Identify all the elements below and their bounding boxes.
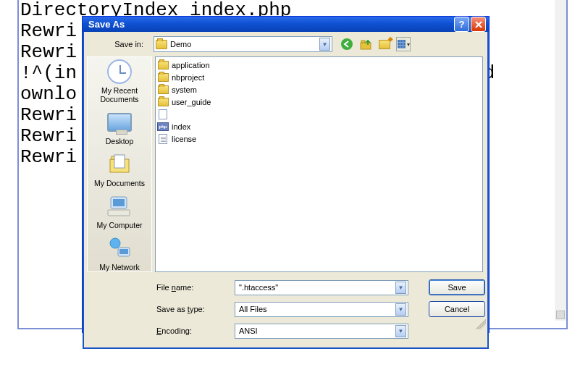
places-my-documents[interactable]: My Documents [89, 151, 150, 187]
dropdown-arrow-icon[interactable]: ▼ [395, 282, 406, 294]
php-icon: php [157, 122, 169, 132]
file-item[interactable]: phpindex [157, 120, 481, 132]
places-desktop[interactable]: Desktop [89, 109, 150, 145]
filename-label: File name: [156, 283, 224, 292]
save-button[interactable]: Save [429, 279, 485, 295]
save-in-combobox[interactable]: Demo ▼ [154, 36, 332, 52]
places-recent-label: My Recent Documents [100, 86, 138, 104]
dialog-title: Save As [88, 19, 453, 30]
filename-combobox[interactable]: ".htaccess" ▼ [235, 280, 408, 295]
encoding-label: Encoding: [156, 326, 224, 335]
places-bar: My Recent Documents Desktop My Documents [87, 56, 152, 272]
file-list[interactable]: applicationnbprojectsystemuser_guidephpi… [155, 56, 483, 272]
titlebar[interactable]: Save As ? [83, 17, 489, 32]
bottom-form: File name: ".htaccess" ▼ Save Save as ty… [84, 275, 487, 347]
svg-rect-11 [119, 249, 128, 254]
dropdown-arrow-icon: ▾ [407, 41, 410, 48]
folder-icon [157, 97, 169, 107]
file-item-label: license [172, 135, 196, 143]
my-network-icon [106, 235, 133, 261]
file-icon [157, 109, 169, 119]
encoding-value: ANSI [237, 326, 395, 335]
save-in-label: Save in: [88, 40, 149, 48]
saveastype-label: Save as type: [156, 305, 224, 313]
file-item[interactable]: nbproject [157, 71, 481, 83]
back-button[interactable] [340, 37, 354, 51]
dropdown-arrow-icon[interactable]: ▼ [395, 325, 406, 337]
places-mycomp-label: My Computer [96, 221, 142, 229]
file-item-label: index [172, 122, 190, 131]
filename-value: ".htaccess" [237, 283, 395, 292]
views-menu-button[interactable]: ▾ [396, 37, 411, 51]
places-my-network[interactable]: My Network [89, 235, 150, 271]
folder-icon [157, 60, 169, 70]
places-my-computer[interactable]: My Computer [89, 193, 150, 229]
dropdown-arrow-icon[interactable]: ▼ [319, 38, 330, 51]
file-item-label: system [172, 85, 197, 94]
txt-icon [157, 134, 169, 144]
file-item[interactable]: license [157, 132, 481, 145]
svg-rect-8 [108, 210, 130, 216]
places-mydocs-label: My Documents [94, 179, 145, 187]
folder-icon [157, 72, 169, 83]
saveastype-combobox[interactable]: All Files ▼ [235, 302, 408, 317]
file-item[interactable]: application [157, 59, 481, 71]
close-button[interactable] [471, 17, 486, 32]
close-icon [474, 20, 483, 29]
folder-icon [157, 85, 169, 95]
scrollbar-thumb [556, 311, 565, 319]
resize-grip[interactable] [476, 319, 486, 329]
dropdown-arrow-icon[interactable]: ▼ [395, 303, 406, 316]
svg-rect-7 [113, 199, 125, 206]
my-documents-icon [106, 151, 133, 177]
file-item-label: nbproject [172, 73, 204, 82]
places-mynet-label: My Network [99, 263, 139, 271]
svg-rect-1 [361, 43, 371, 49]
back-arrow-icon [340, 38, 353, 51]
up-one-level-button[interactable] [358, 37, 373, 51]
svg-point-9 [110, 238, 120, 248]
file-item[interactable]: user_guide [157, 96, 481, 108]
cancel-button[interactable]: Cancel [429, 301, 485, 317]
save-in-value: Demo [170, 40, 319, 48]
svg-rect-2 [361, 41, 365, 43]
encoding-combobox[interactable]: ANSI ▼ [235, 324, 408, 339]
background-scrollbar [555, 0, 566, 321]
svg-point-0 [341, 38, 353, 50]
save-as-dialog: Save As ? Save in: Demo ▼ [82, 16, 490, 333]
new-star-icon: ✸ [387, 35, 393, 43]
top-toolbar: Save in: Demo ▼ [84, 32, 487, 56]
svg-rect-5 [114, 155, 125, 168]
file-item[interactable] [157, 108, 481, 120]
folder-up-icon [359, 38, 372, 51]
places-recent[interactable]: My Recent Documents [89, 59, 150, 104]
new-folder-button[interactable]: ✸ [377, 37, 392, 51]
help-button[interactable]: ? [454, 17, 469, 32]
saveastype-value: All Files [237, 305, 395, 313]
desktop-icon [107, 113, 132, 132]
views-grid-icon [398, 40, 406, 48]
places-desktop-label: Desktop [106, 137, 134, 145]
my-computer-icon [106, 193, 133, 219]
folder-icon [156, 40, 167, 49]
file-item-label: application [172, 61, 210, 69]
file-item-label: user_guide [172, 98, 211, 106]
recent-documents-icon [107, 59, 132, 84]
file-item[interactable]: system [157, 83, 481, 96]
